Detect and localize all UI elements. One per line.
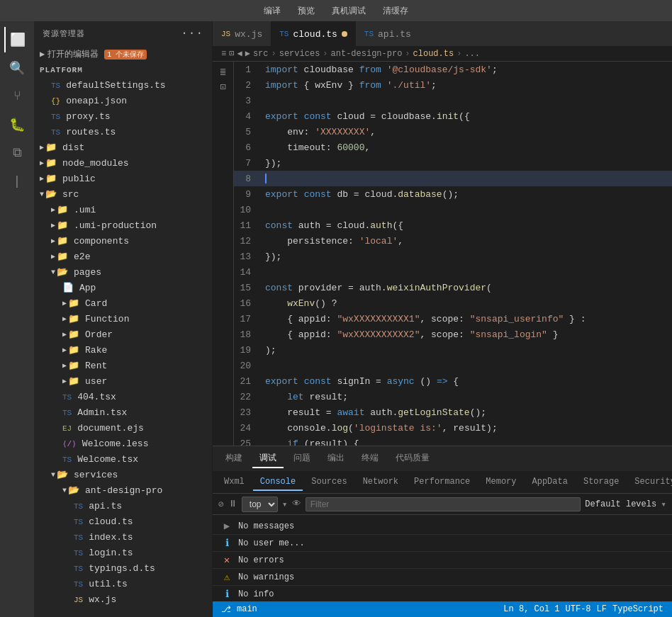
open-editors-section[interactable]: ▶ 打开的编辑器 1 个未保存 bbox=[34, 45, 212, 63]
panel-tab-调试[interactable]: 调试 bbox=[252, 449, 284, 468]
console-item[interactable]: ✕No errors bbox=[213, 552, 672, 569]
status-line-ending[interactable]: LF bbox=[597, 604, 607, 614]
code-line[interactable]: 12 persistence: 'local', bbox=[234, 233, 672, 249]
console-item[interactable]: ⚠No warnings bbox=[213, 569, 672, 586]
console-dropdown-icon[interactable]: ▾ bbox=[282, 499, 288, 510]
tree-item-Welcome-less[interactable]: ⟨/⟩Welcome.less bbox=[34, 436, 212, 451]
tab-api.ts[interactable]: TS api.ts bbox=[356, 21, 420, 46]
tree-item-Rent[interactable]: ▶📁Rent bbox=[34, 358, 212, 373]
code-line[interactable]: 7}); bbox=[234, 155, 672, 171]
breadcrumb-services[interactable]: services bbox=[279, 49, 320, 59]
activity-git[interactable]: ⑂ bbox=[4, 84, 30, 109]
code-line[interactable]: 21export const signIn = async () => { bbox=[234, 373, 672, 389]
tree-item-Rake[interactable]: ▶📁Rake bbox=[34, 342, 212, 358]
code-line[interactable]: 9export const db = cloud.database(); bbox=[234, 186, 672, 202]
devtools-tab-Storage[interactable]: Storage bbox=[576, 474, 626, 491]
code-line[interactable]: 4export const cloud = cloudbase.init({ bbox=[234, 108, 672, 124]
code-line[interactable]: 22 let result; bbox=[234, 389, 672, 404]
panel-tab-构建[interactable]: 构建 bbox=[218, 449, 250, 468]
code-line[interactable]: 8 bbox=[234, 171, 672, 186]
tab-wx.js[interactable]: JS wx.js bbox=[213, 21, 271, 46]
tree-item-e2e[interactable]: ▶📁e2e bbox=[34, 249, 212, 264]
devtools-tab-AppData[interactable]: AppData bbox=[525, 474, 575, 491]
tree-item-routes-ts[interactable]: TSroutes.ts bbox=[34, 124, 212, 140]
tree-item-src[interactable]: ▼📂src bbox=[34, 186, 212, 202]
console-pause-icon[interactable]: ⏸ bbox=[228, 499, 237, 509]
devtools-tab-Performance[interactable]: Performance bbox=[407, 474, 477, 491]
tree-item--umi[interactable]: ▶📁.umi bbox=[34, 202, 212, 217]
code-line[interactable]: 5 env: 'XXXXXXXX', bbox=[234, 124, 672, 140]
tree-item-components[interactable]: ▶📁components bbox=[34, 233, 212, 249]
breadcrumb-src[interactable]: src bbox=[253, 49, 269, 59]
code-line[interactable]: 10 bbox=[234, 202, 672, 217]
code-line[interactable]: 1import cloudbase from '@cloudbase/js-sd… bbox=[234, 62, 672, 77]
fold-icon[interactable]: ≣ bbox=[220, 66, 225, 78]
menu-compile[interactable]: 编译 bbox=[264, 5, 281, 17]
tree-item-typings-d-ts[interactable]: TStypings.d.ts bbox=[34, 560, 212, 576]
tree-item-wx-js[interactable]: JSwx.js bbox=[34, 591, 212, 607]
activity-debug[interactable]: 🐛 bbox=[4, 112, 30, 137]
devtools-tab-Console[interactable]: Console bbox=[253, 474, 303, 491]
panel-tab-终端[interactable]: 终端 bbox=[354, 449, 386, 468]
code-line[interactable]: 24 console.log('loginstate is:', result)… bbox=[234, 420, 672, 436]
code-line[interactable]: 17 { appid: "wxXXXXXXXXXX1", scope: "sns… bbox=[234, 311, 672, 327]
tree-item-document-ejs[interactable]: EJdocument.ejs bbox=[34, 420, 212, 436]
tree-item-Welcome-tsx[interactable]: TSWelcome.tsx bbox=[34, 451, 212, 467]
devtools-tab-Network[interactable]: Network bbox=[356, 474, 405, 491]
console-filter-input[interactable] bbox=[306, 497, 581, 511]
tree-item-ant-design-pro[interactable]: ▼📂ant-design-pro bbox=[34, 482, 212, 498]
tree-item-Function[interactable]: ▶📁Function bbox=[34, 311, 212, 327]
breadcrumb-forward[interactable]: ▶ bbox=[245, 48, 250, 59]
tree-item--umi-production[interactable]: ▶📁.umi-production bbox=[34, 217, 212, 233]
tree-item-public[interactable]: ▶📁public bbox=[34, 171, 212, 186]
devtools-tab-Memory[interactable]: Memory bbox=[478, 474, 523, 491]
tab-cloud.ts[interactable]: TS cloud.ts bbox=[271, 21, 356, 46]
code-line[interactable]: 13}); bbox=[234, 249, 672, 264]
tree-item-Order[interactable]: ▶📁Order bbox=[34, 327, 212, 342]
code-line[interactable]: 18 { appid: "wxXXXXXXXXXX2", scope: "sns… bbox=[234, 327, 672, 342]
code-line[interactable]: 2import { wxEnv } from './util'; bbox=[234, 77, 672, 93]
status-language[interactable]: TypeScript bbox=[612, 604, 663, 614]
tree-item-login-ts[interactable]: TSlogin.ts bbox=[34, 545, 212, 560]
code-line[interactable]: 20 bbox=[234, 358, 672, 373]
menu-preview[interactable]: 预览 bbox=[298, 5, 315, 17]
panel-tab-代码质量[interactable]: 代码质量 bbox=[388, 449, 437, 468]
tree-item-proxy-ts[interactable]: TSproxy.ts bbox=[34, 108, 212, 124]
code-line[interactable]: 25 if (result) { bbox=[234, 436, 672, 446]
tree-item-api-ts[interactable]: TSapi.ts bbox=[34, 498, 212, 514]
devtools-tab-Sources[interactable]: Sources bbox=[304, 474, 354, 491]
tree-item-dist[interactable]: ▶📁dist bbox=[34, 140, 212, 155]
panel-tab-问题[interactable]: 问题 bbox=[286, 449, 318, 468]
console-item[interactable]: ℹNo info bbox=[213, 586, 672, 601]
devtools-tab-Security[interactable]: Security bbox=[627, 474, 672, 491]
bookmark-icon[interactable]: ⊡ bbox=[220, 81, 225, 93]
levels-dropdown-icon[interactable]: ▾ bbox=[661, 499, 666, 510]
console-item[interactable]: ℹNo user me... bbox=[213, 535, 672, 552]
console-context-select[interactable]: top bbox=[242, 497, 278, 512]
code-line[interactable]: 15const provider = auth.weixinAuthProvid… bbox=[234, 280, 672, 295]
tree-item-Card[interactable]: ▶📁Card bbox=[34, 295, 212, 311]
breadcrumb-current[interactable]: cloud.ts bbox=[413, 49, 454, 59]
tree-item-oneapi-json[interactable]: {}oneapi.json bbox=[34, 93, 212, 108]
activity-search[interactable]: 🔍 bbox=[4, 55, 30, 81]
code-line[interactable]: 19); bbox=[234, 342, 672, 358]
breadcrumb-antpro[interactable]: ant-design-pro bbox=[331, 49, 403, 59]
code-line[interactable]: 23 result = await auth.getLoginState(); bbox=[234, 404, 672, 420]
tree-item-Admin-tsx[interactable]: TSAdmin.tsx bbox=[34, 404, 212, 420]
status-encoding[interactable]: UTF-8 bbox=[566, 604, 591, 614]
tree-item-services[interactable]: ▼📂services bbox=[34, 467, 212, 482]
tree-item-util-ts[interactable]: TSutil.ts bbox=[34, 576, 212, 591]
tree-item-cloud-ts[interactable]: TScloud.ts bbox=[34, 514, 212, 529]
code-line[interactable]: 6 timeout: 60000, bbox=[234, 140, 672, 155]
console-eye-icon[interactable]: 👁 bbox=[292, 499, 301, 509]
default-levels-label[interactable]: Default levels bbox=[585, 499, 656, 509]
menu-debug[interactable]: 真机调试 bbox=[332, 5, 366, 17]
menu-clear-cache[interactable]: 清缓存 bbox=[383, 5, 408, 17]
code-editor[interactable]: 1import cloudbase from '@cloudbase/js-sd… bbox=[234, 62, 672, 446]
code-line[interactable]: 16 wxEnv() ? bbox=[234, 295, 672, 311]
status-position[interactable]: Ln 8, Col 1 bbox=[503, 604, 559, 614]
tree-item-404-tsx[interactable]: TS404.tsx bbox=[34, 389, 212, 404]
sidebar-menu-icon[interactable]: ··· bbox=[181, 27, 203, 40]
activity-split[interactable]: | bbox=[4, 169, 30, 194]
tree-item-defaultSettings-ts[interactable]: TSdefaultSettings.ts bbox=[34, 77, 212, 93]
